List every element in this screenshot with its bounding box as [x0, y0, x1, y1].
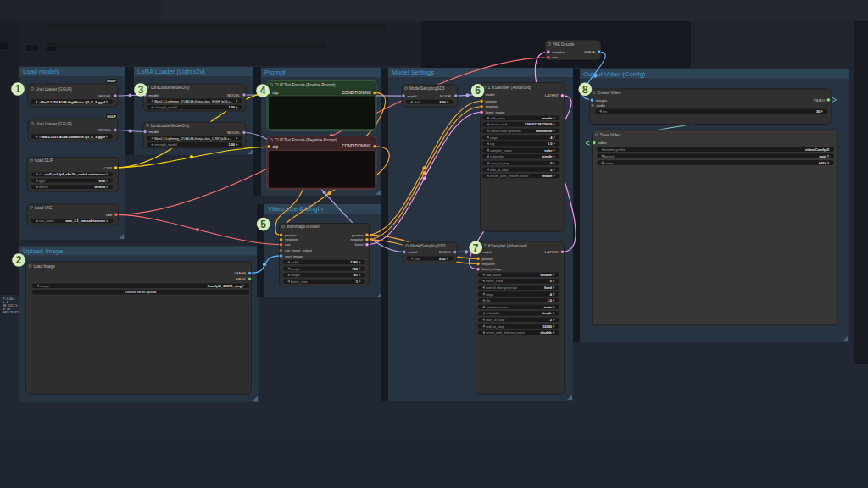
svg-text:vae: vae — [552, 55, 558, 59]
svg-text:model: model — [149, 130, 159, 134]
svg-text:Wan2.2-I2V-A14B-LowNoise-Q3_K_: Wan2.2-I2V-A14B-LowNoise-Q3_K_S.gguf — [42, 136, 106, 139]
svg-text:type: type — [39, 179, 45, 183]
svg-text:0: 0 — [550, 161, 552, 165]
svg-text:video/ComfyUI: video/ComfyUI — [805, 147, 829, 152]
svg-text:LoraLoaderModelOnly: LoraLoaderModelOnly — [151, 86, 190, 90]
svg-text:5: 5 — [260, 219, 266, 230]
svg-text:Wan2.2-I2V-A14B-HighNoise-Q3_K: Wan2.2-I2V-A14B-HighNoise-Q3_K_S.gguf — [41, 101, 106, 104]
svg-text:add_noise: add_noise — [486, 273, 501, 277]
svg-text:LoRA Loader (Lightx2v): LoRA Loader (Lightx2v) — [137, 68, 205, 75]
svg-text:wan: wan — [98, 179, 106, 183]
svg-text:MODEL: MODEL — [98, 94, 112, 98]
svg-text:noise_seed: noise_seed — [490, 122, 507, 126]
svg-text:538862338279809: 538862338279809 — [525, 122, 553, 126]
svg-text:shift: shift — [415, 257, 421, 261]
svg-text:ModelSamplingSD3: ModelSamplingSD3 — [410, 244, 446, 248]
svg-text:steps: steps — [486, 292, 493, 297]
svg-text:fps: fps — [603, 109, 607, 114]
svg-text:positive: positive — [285, 233, 297, 237]
svg-text:CLIP: CLIP — [104, 166, 113, 170]
svg-text:6: 6 — [475, 85, 481, 97]
svg-text:latent: latent — [355, 242, 364, 247]
svg-text:1.0: 1.0 — [548, 141, 552, 146]
svg-text:vae: vae — [285, 242, 291, 247]
svg-text:simple: simple — [542, 154, 553, 158]
svg-text:latent_image: latent_image — [482, 267, 503, 271]
svg-text:7: 7 — [473, 242, 479, 254]
svg-text:start_at_step: start_at_step — [486, 318, 505, 322]
svg-text:MASK: MASK — [236, 277, 246, 281]
svg-text:add_noise: add_noise — [490, 116, 505, 120]
svg-text:CLIP Text Encode (Positive Pro: CLIP Text Encode (Positive Prompt) — [275, 83, 336, 87]
svg-text:strength_model: strength_model — [154, 105, 177, 109]
svg-text:euler: euler — [544, 148, 553, 152]
svg-text:width: width — [291, 260, 299, 264]
svg-text:10000: 10000 — [542, 324, 552, 329]
svg-text:Unet Loader (GGUF): Unet Loader (GGUF) — [36, 87, 72, 92]
svg-text:audio: audio — [597, 103, 606, 108]
svg-text:disable: disable — [541, 330, 553, 335]
svg-text:81: 81 — [353, 273, 358, 277]
svg-text:Load VAE: Load VAE — [35, 206, 52, 210]
svg-text:3: 3 — [138, 84, 144, 96]
svg-text:Model Settings: Model Settings — [392, 69, 434, 76]
svg-text:clip_vision_output: clip_vision_output — [285, 248, 313, 252]
svg-text:sampler_name: sampler_name — [486, 305, 508, 309]
svg-text:Prompt: Prompt — [264, 69, 286, 76]
svg-text:GGUF: GGUF — [107, 80, 116, 83]
svg-text:Wan2.2-Lightning_I2V-A14B-4ste: Wan2.2-Lightning_I2V-A14B-4steps-lora_LO… — [154, 137, 232, 141]
svg-text:2: 2 — [16, 254, 22, 266]
svg-text:fixed: fixed — [544, 286, 553, 290]
svg-text:FPS:29.32: FPS:29.32 — [3, 311, 19, 314]
svg-text:Wan2.2-Lightning_I2V-A14B-4ste: Wan2.2-Lightning_I2V-A14B-4steps-lora_HI… — [154, 100, 232, 103]
svg-text:cfg: cfg — [490, 141, 494, 146]
svg-text:batch_size: batch_size — [291, 280, 308, 284]
svg-text:1.0: 1.0 — [548, 298, 552, 302]
svg-text:images: images — [596, 98, 608, 103]
svg-text:auto: auto — [820, 154, 827, 158]
svg-text:disable: disable — [541, 273, 553, 277]
svg-text:control after generate: control after generate — [486, 286, 517, 290]
svg-text:samples: samples — [552, 50, 565, 54]
svg-text:end_at_step: end_at_step — [486, 324, 504, 329]
svg-text:Video size & length: Video size & length — [268, 205, 323, 213]
svg-text:randomize: randomize — [536, 129, 553, 133]
svg-text:8: 8 — [582, 84, 588, 96]
svg-text:Unet Loader (GGUF): Unet Loader (GGUF) — [36, 122, 72, 126]
svg-text:CLIP Text Encode (Negative Pro: CLIP Text Encode (Negative Prompt) — [275, 138, 337, 142]
svg-text:latent_image: latent_image — [486, 110, 506, 114]
svg-text:model: model — [482, 250, 492, 254]
svg-text:start_at_step: start_at_step — [490, 161, 509, 165]
svg-text:filename_prefix: filename_prefix — [602, 147, 625, 152]
svg-text:default: default — [94, 185, 105, 189]
svg-text:negative: negative — [285, 237, 298, 241]
svg-text:30: 30 — [816, 109, 821, 114]
svg-text:1.00: 1.00 — [228, 142, 235, 147]
svg-text:return_with_leftover_noise: return_with_leftover_noise — [486, 330, 525, 335]
svg-text:model: model — [409, 250, 418, 254]
svg-text:positive: positive — [352, 233, 364, 237]
svg-text:Load models: Load models — [23, 68, 60, 75]
svg-text:1: 1 — [15, 83, 21, 95]
svg-text:Upload Image: Upload Image — [23, 247, 63, 255]
svg-text:enable: enable — [542, 116, 553, 120]
svg-text:cli..: cli.. — [39, 173, 43, 176]
svg-text:WanImageToVideo: WanImageToVideo — [287, 225, 320, 229]
svg-text:scheduler: scheduler — [486, 311, 501, 315]
svg-text:h264: h264 — [819, 161, 827, 165]
svg-text:return_with_leftover_noise: return_with_leftover_noise — [490, 174, 529, 178]
svg-text:model: model — [486, 92, 495, 97]
svg-text:image: image — [40, 284, 50, 288]
svg-text:2. KSampler (Advanced): 2. KSampler (Advanced) — [484, 244, 528, 248]
svg-text:scheduler: scheduler — [490, 154, 505, 158]
svg-text:VAE Decode: VAE Decode — [553, 42, 575, 47]
svg-text:GGUF: GGUF — [107, 115, 116, 119]
svg-text:LATENT: LATENT — [545, 250, 559, 254]
svg-text:ModelSamplingSD3: ModelSamplingSD3 — [409, 86, 445, 91]
svg-text:strength_model: strength_model — [154, 142, 177, 147]
svg-text:height: height — [291, 267, 301, 271]
svg-text:Create Video: Create Video — [598, 91, 621, 95]
svg-text:VIDEO: VIDEO — [814, 98, 826, 103]
svg-text:MODEL: MODEL — [98, 128, 112, 132]
svg-text:format: format — [604, 154, 615, 158]
